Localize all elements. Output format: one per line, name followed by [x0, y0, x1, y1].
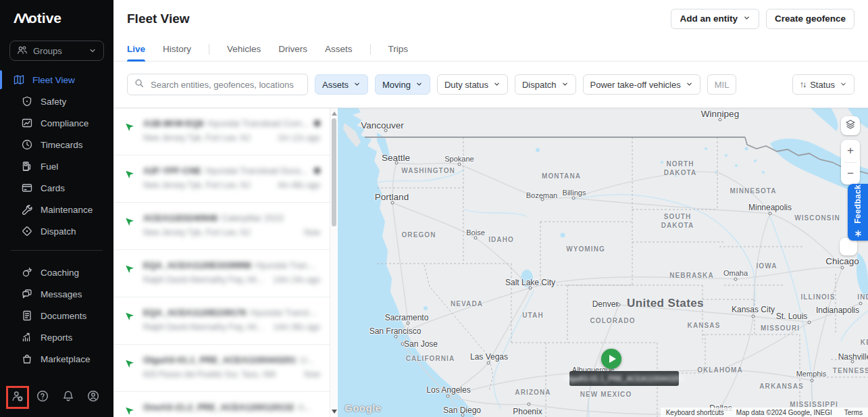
chevron-down-icon — [686, 80, 693, 90]
groups-selector[interactable]: Groups — [9, 41, 104, 61]
terms-link[interactable]: Terms — [844, 409, 863, 416]
help-button[interactable] — [31, 386, 54, 409]
sort-arrows-icon: ↑↓ — [800, 80, 806, 89]
asset-list-row[interactable]: EQA_ACEA1120E3339998Hyundai Transle...Ra… — [113, 250, 330, 297]
asset-list-panel: A1B-8KW-EQ8Hyundai Translead Com...New J… — [113, 108, 338, 417]
tab-history[interactable]: History — [163, 37, 191, 61]
sidebar-item-marketplace[interactable]: Marketplace — [0, 348, 113, 370]
tab-divider — [209, 44, 209, 55]
asset-description: A... — [298, 402, 320, 412]
filter-chip-dispatch[interactable]: Dispatch — [515, 74, 576, 95]
feedback-tab[interactable]: Feedback — [848, 184, 868, 241]
notifications-bell-button[interactable] — [57, 386, 80, 409]
sidebar-item-documents[interactable]: Documents — [0, 305, 113, 326]
asset-list-row[interactable]: A1B-8KW-EQ8Hyundai Translead Com...New J… — [113, 108, 330, 155]
heading-arrow-icon — [124, 168, 134, 179]
zoom-out-button[interactable]: − — [841, 163, 860, 185]
sidebar-divider — [11, 250, 103, 251]
sidebar-item-maintenance[interactable]: Maintenance — [0, 199, 113, 220]
asset-list-row[interactable]: OneAS-21.2_PRE_ACEA1200120132A... — [113, 392, 330, 417]
account-icon — [87, 390, 99, 405]
tab-divider — [370, 44, 371, 55]
sidebar-item-safety[interactable]: Safety — [0, 91, 113, 112]
filter-chip-mil[interactable]: MIL — [707, 74, 737, 95]
sidebar-item-messages[interactable]: Messages — [0, 283, 113, 305]
sidebar-item-coaching[interactable]: Coaching — [0, 262, 113, 283]
heading-arrow-icon — [124, 310, 134, 321]
sidebar-item-label: Safety — [41, 97, 66, 107]
tab-vehicles[interactable]: Vehicles — [227, 37, 261, 61]
keyboard-shortcuts-link[interactable]: Keyboard shortcuts — [666, 409, 724, 416]
sidebar-item-reports[interactable]: Reports — [0, 326, 113, 348]
sidebar-item-label: Fleet View — [32, 75, 75, 85]
zoom-in-button[interactable]: + — [841, 140, 860, 162]
filter-chip-moving[interactable]: Moving — [375, 74, 430, 95]
asset-list-row[interactable]: OlgaAS-01.1_PRE_ACEA1100443201U...633 Pa… — [113, 345, 330, 392]
asset-marker-play[interactable] — [601, 349, 621, 369]
heading-arrow-icon — [124, 263, 134, 274]
filter-chip-duty-status[interactable]: Duty status — [437, 74, 508, 95]
chevron-down-icon — [353, 80, 361, 90]
tab-bar: LiveHistoryVehiclesDriversAssetsTrips — [113, 37, 868, 62]
page-title: Fleet View — [127, 11, 190, 26]
filter-chip-assets[interactable]: Assets — [315, 74, 368, 95]
map-layers-button[interactable] — [841, 116, 860, 135]
chevron-down-icon — [88, 47, 97, 55]
asset-location: 633 Paseo del Pueblo Sur, Taos, NM — [143, 370, 276, 379]
sidebar-item-label: Reports — [41, 333, 72, 343]
chevron-down-icon — [415, 80, 423, 90]
list-scrollbar[interactable] — [330, 108, 338, 417]
create-geofence-button[interactable]: Create geofence — [766, 9, 854, 29]
motive-logo: ΛΛotive — [0, 0, 113, 34]
asset-id: ACEA11E0240948 — [143, 213, 218, 223]
heading-arrow-icon — [124, 216, 134, 226]
search-input[interactable] — [149, 79, 301, 91]
asset-location: New Jersey Tpk, Fort Lee, NJ — [143, 133, 251, 143]
asset-description: Hyundai Translead Dura... — [205, 166, 310, 176]
asset-list-row[interactable]: ACEA11E0240948Caterpillar 2023New Jersey… — [113, 203, 330, 250]
sidebar-item-label: Timecards — [41, 140, 83, 150]
add-entity-button[interactable]: Add an entity — [671, 9, 759, 29]
sidebar-item-compliance[interactable]: Compliance — [0, 112, 113, 134]
sort-label: Status — [810, 80, 835, 90]
asset-list-row[interactable]: A2F-YPF-CNEHyundai Translead Dura...New … — [113, 155, 330, 203]
asset-last-update: 4m 48s ago — [272, 180, 320, 190]
asset-list-row[interactable]: EQA_ACEA1120E239176Hyundai Transle...Ral… — [113, 297, 330, 345]
asset-last-update: 14m 36s ago — [268, 322, 320, 332]
scrollbar-thumb[interactable] — [332, 118, 336, 226]
status-sort-control[interactable]: ↑↓ Status — [792, 74, 854, 95]
sidebar-footer — [0, 386, 113, 417]
sidebar-item-label: Compliance — [41, 118, 88, 128]
asset-id: EQA_ACEA1120E239176 — [143, 308, 247, 318]
tab-trips[interactable]: Trips — [388, 37, 409, 61]
asset-last-update: 14m 24s ago — [268, 275, 320, 285]
map-icon — [14, 74, 24, 85]
map-canvas[interactable]: WASHINGTONMONTANANORTH DAKOTAMINNESOTASO… — [338, 108, 868, 417]
sidebar-item-label: Dispatch — [41, 226, 76, 237]
sidebar-nav-secondary: CoachingMessagesDocumentsReportsMarketpl… — [0, 262, 113, 370]
sidebar-nav-primary: Fleet ViewSafetyComplianceTimecardsFuelC… — [0, 69, 113, 242]
admin-user-gear-button[interactable] — [6, 386, 29, 409]
tab-assets[interactable]: Assets — [325, 37, 353, 61]
asset-id: EQA_ACEA1120E3339998 — [143, 260, 251, 270]
sidebar-item-fleet-view[interactable]: Fleet View — [0, 69, 113, 91]
fuel-pump-icon — [22, 161, 32, 172]
map-zoom-control: + − — [841, 140, 860, 185]
sidebar-item-timecards[interactable]: Timecards — [0, 134, 113, 155]
scroll-down-arrow-icon[interactable] — [332, 410, 337, 414]
sidebar-item-cards[interactable]: Cards — [0, 177, 113, 199]
heading-arrow-icon — [124, 405, 134, 416]
asset-description: Hyundai Translead Com... — [207, 118, 310, 128]
account-button[interactable] — [82, 386, 105, 409]
tab-drivers[interactable]: Drivers — [278, 37, 307, 61]
chevron-down-icon — [840, 80, 847, 90]
sidebar-item-fuel[interactable]: Fuel — [0, 155, 113, 177]
scroll-up-arrow-icon[interactable] — [332, 112, 337, 116]
header-actions: Add an entity Create geofence — [671, 9, 854, 29]
asset-description: Caterpillar 2023 — [222, 213, 320, 223]
filter-chip-power-take-off-vehicles[interactable]: Power take-off vehicles — [583, 74, 700, 95]
tab-live[interactable]: Live — [127, 37, 145, 61]
chat-icon — [22, 289, 32, 299]
asset-location: New Jersey Tpk, Fort Lee, NJ — [143, 228, 251, 237]
sidebar-item-dispatch[interactable]: Dispatch — [0, 220, 113, 242]
